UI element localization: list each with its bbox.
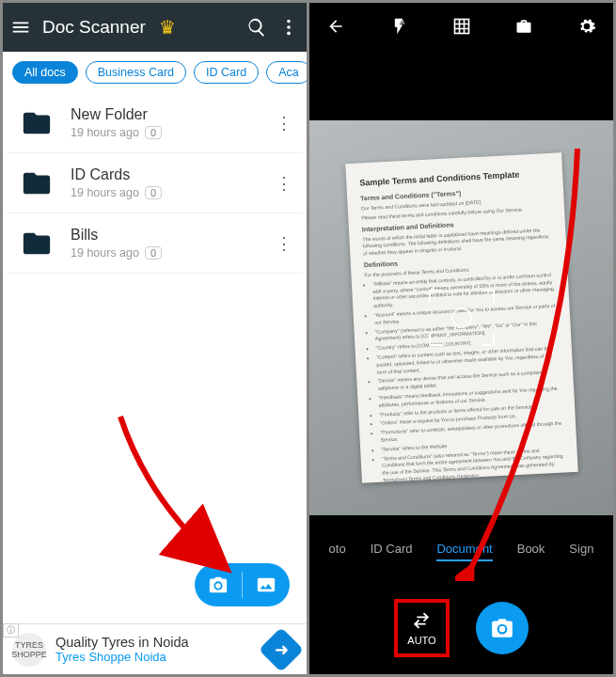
camera-screen: A Sample Terms and Conditions Template T…: [309, 3, 613, 674]
folder-time: 19 hours ago: [71, 246, 139, 260]
folder-item[interactable]: Bills 19 hours ago0 ⋮: [7, 213, 303, 274]
svg-text:A: A: [400, 19, 404, 25]
back-icon[interactable]: [326, 16, 345, 37]
auto-capture-toggle[interactable]: AUTO: [394, 599, 449, 657]
doc-title: Sample Terms and Conditions Template: [359, 168, 549, 188]
ad-directions-icon[interactable]: ➜: [259, 626, 304, 671]
doc-scanner-screen: Doc Scanner ♛ All docs Business Card ID …: [3, 3, 307, 674]
app-topbar: Doc Scanner ♛: [3, 3, 307, 52]
camera-viewfinder[interactable]: Sample Terms and Conditions Template Ter…: [309, 120, 613, 515]
menu-icon[interactable]: [10, 17, 31, 38]
folder-time: 19 hours ago: [71, 186, 139, 199]
ad-banner[interactable]: ⓘ TYRES SHOPPE Quality Tyres in Noida Ty…: [3, 623, 307, 674]
folder-name: Bills: [71, 227, 162, 244]
mode-photo[interactable]: oto: [329, 542, 346, 561]
chip-all-docs[interactable]: All docs: [12, 61, 78, 84]
folder-item[interactable]: ID Cards 19 hours ago0 ⋮: [7, 153, 303, 213]
mode-id-card[interactable]: ID Card: [371, 542, 413, 561]
camera-controls: AUTO: [309, 599, 613, 657]
svg-rect-4: [454, 20, 468, 34]
flash-icon[interactable]: A: [389, 16, 408, 37]
grid-icon[interactable]: [452, 16, 471, 37]
filter-chips: All docs Business Card ID Card Aca: [3, 52, 307, 93]
mode-sign[interactable]: Sign: [569, 542, 593, 561]
folder-icon: [18, 228, 55, 260]
scan-mode-tabs: oto ID Card Document Book Sign: [309, 534, 613, 569]
folder-more-icon[interactable]: ⋮: [276, 233, 292, 254]
swap-icon: [411, 610, 432, 631]
folder-name: New Folder: [71, 106, 162, 123]
scan-fab[interactable]: [195, 563, 290, 606]
annotation-arrow: [111, 407, 243, 576]
mode-book[interactable]: Book: [517, 542, 545, 561]
search-icon[interactable]: [246, 17, 267, 38]
folder-count: 0: [145, 246, 162, 260]
folder-more-icon[interactable]: ⋮: [276, 113, 292, 134]
svg-point-1: [287, 25, 291, 29]
crown-icon[interactable]: ♛: [157, 17, 178, 38]
camera-icon: [490, 616, 514, 640]
svg-point-2: [287, 32, 291, 36]
chip-id-card[interactable]: ID Card: [194, 61, 259, 84]
app-title: Doc Scanner: [42, 17, 146, 38]
overflow-icon[interactable]: [278, 17, 299, 38]
settings-icon[interactable]: [577, 16, 596, 37]
shutter-button[interactable]: [476, 602, 529, 654]
ad-subtitle: Tyres Shoppe Noida: [55, 650, 189, 664]
folder-count: 0: [145, 126, 162, 139]
folder-count: 0: [145, 186, 162, 199]
chip-business-card[interactable]: Business Card: [86, 61, 186, 84]
ad-title: Quality Tyres in Noida: [55, 635, 189, 650]
folder-more-icon[interactable]: ⋮: [276, 173, 292, 194]
focus-indicator: [429, 290, 495, 346]
ad-badge: ⓘ: [3, 623, 19, 638]
folder-name: ID Cards: [71, 166, 162, 183]
briefcase-icon[interactable]: [514, 16, 533, 37]
camera-topbar: A: [309, 3, 613, 50]
camera-icon[interactable]: [208, 575, 229, 595]
chip-academic[interactable]: Aca: [266, 61, 307, 84]
folder-time: 19 hours ago: [71, 126, 139, 139]
folder-icon: [18, 167, 55, 199]
gallery-icon[interactable]: [256, 575, 276, 595]
folder-item[interactable]: New Folder 19 hours ago0 ⋮: [7, 93, 303, 153]
mode-document[interactable]: Document: [436, 542, 492, 561]
folder-icon: [18, 107, 55, 139]
auto-label: AUTO: [407, 635, 435, 646]
svg-point-0: [287, 20, 291, 24]
folder-list: New Folder 19 hours ago0 ⋮ ID Cards 19 h…: [3, 93, 307, 274]
